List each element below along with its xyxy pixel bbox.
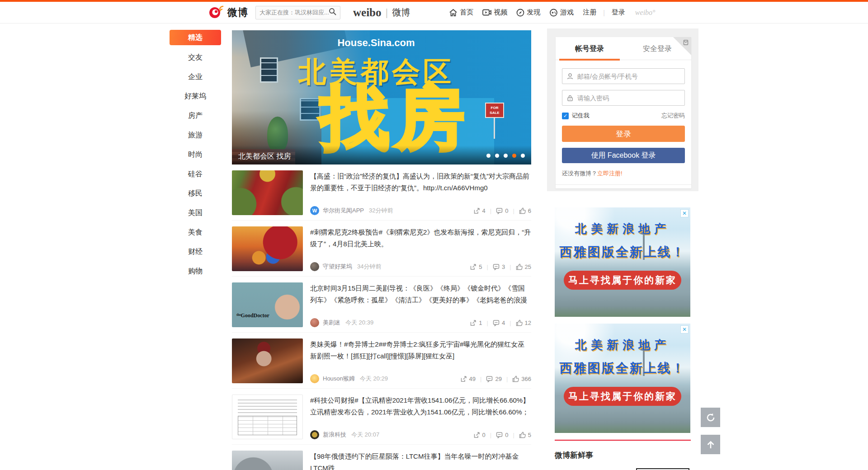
post-text[interactable]: 【高盛：旧“政治”经济的复仇】高盛认为，旧政策的新“复仇”对大宗商品前景的重要性… (310, 170, 531, 194)
like-count: 25 (525, 263, 531, 270)
sidebar-item-finance[interactable]: 财经 (170, 242, 221, 262)
carousel-dot-3[interactable] (504, 154, 508, 158)
forgot-password-link[interactable]: 忘记密码 (661, 112, 685, 120)
carousel-banner[interactable]: House.Sina.com 北美都会区 找房 FOR SALE 北美都会区 找… (232, 30, 531, 164)
comment-count: 4 (502, 320, 505, 326)
thumbs-up-icon (516, 263, 523, 270)
carousel-dot-5[interactable] (521, 154, 525, 158)
carousel-dot-4[interactable] (512, 154, 516, 158)
ad-cta-button[interactable]: 马上寻找属于你的新家 (564, 387, 681, 406)
like-stat[interactable]: 25 (516, 263, 531, 270)
like-stat[interactable]: 5 (519, 432, 531, 438)
nav-video[interactable]: 视频 (482, 8, 507, 17)
fresh-news-text[interactable]: 在舊金山灣區和矽谷出售的新建築房屋 (555, 468, 635, 470)
sidebar-item-realestate[interactable]: 房产 (170, 106, 221, 126)
sidebar-item-business[interactable]: 企业 (170, 67, 221, 87)
avatar[interactable] (310, 262, 319, 271)
search-input[interactable] (259, 9, 329, 16)
share-stat[interactable]: 5 (470, 263, 482, 270)
share-stat[interactable]: 4 (473, 207, 486, 214)
carousel-dot-1[interactable] (486, 154, 491, 158)
ad-banner-sina-realestate-1[interactable]: 北美新浪地产 西雅图版全新上线！ 马上寻找属于你的新家 ✕ (555, 207, 690, 317)
arrow-up-icon (706, 440, 716, 450)
share-stat[interactable]: 49 (460, 376, 476, 382)
sidebar-item-friends[interactable]: 交友 (170, 48, 221, 67)
login-button[interactable]: 登录 (562, 126, 685, 142)
register-link[interactable]: 注册 (583, 8, 596, 17)
comment-stat[interactable]: 3 (493, 263, 505, 270)
sidebar-item-food[interactable]: 美食 (170, 223, 221, 242)
share-stat[interactable]: 1 (470, 320, 482, 326)
facebook-login-button[interactable]: 使用 Facebook 登录 (562, 148, 685, 163)
post-thumbnail-ltcm[interactable] (232, 451, 303, 470)
remember-me-checkbox[interactable]: ✓ (562, 113, 569, 119)
password-input[interactable] (577, 94, 680, 102)
close-icon[interactable]: ✕ (680, 209, 689, 217)
wordmark-cn: 微博 (392, 6, 410, 19)
comment-stat[interactable]: 0 (496, 207, 508, 214)
feed-post-3: ᵗʰᵉGoodDoctor 北京时间3月15日周二美剧导视：《良医》《终局》《镀… (232, 276, 531, 332)
feed-post-2: #刺猬索尼克2终极预告#《刺猬索尼克2》也发布新海报，索尼克回归，“升级了”，4… (232, 220, 531, 276)
sidebar-item-siliconvalley[interactable]: 硅谷 (170, 164, 221, 184)
corner-wordmark[interactable]: weibo° (635, 9, 656, 17)
username-input[interactable] (577, 73, 680, 80)
weibo-wordmark: weibo | 微博 (353, 6, 410, 19)
share-icon (470, 320, 476, 326)
nav-game[interactable]: 游戏 (549, 8, 574, 17)
sidebar-item-travel[interactable]: 旅游 (170, 126, 221, 145)
login-link[interactable]: 登录 (612, 8, 625, 17)
avatar[interactable] (310, 374, 319, 383)
register-now-link[interactable]: 立即注册! (597, 170, 623, 177)
gamepad-icon (549, 9, 558, 17)
post-thumbnail-gooddoctor[interactable]: ᵗʰᵉGoodDoctor (232, 282, 303, 327)
sidebar-item-featured[interactable]: 精选 (170, 30, 221, 45)
refresh-icon (706, 413, 716, 423)
comment-stat[interactable]: 0 (496, 432, 508, 438)
sidebar-item-hollywood[interactable]: 好莱坞 (170, 87, 221, 106)
post-text[interactable]: 北京时间3月15日周二美剧导视：《良医》《终局》《镀金时代》《雪国列车》《紧急呼… (310, 282, 531, 306)
comment-stat[interactable]: 4 (493, 320, 505, 326)
like-stat[interactable]: 12 (516, 320, 531, 326)
nav-discover[interactable]: 发现 (516, 8, 540, 17)
post-author[interactable]: 华尔街见闻APP (323, 207, 364, 215)
back-to-top-button[interactable] (701, 435, 720, 454)
avatar[interactable]: W (310, 206, 319, 215)
post-text[interactable]: 【98年俄债违约下的巨星陨落：LTCM往事】当年名噪一时的对冲基金LTCM跌 (310, 451, 531, 470)
comment-stat[interactable]: 29 (486, 376, 501, 382)
post-text[interactable]: #科技公司财报#【立讯精密2021年营收1541.06亿元，同比增长66.60%… (310, 395, 531, 418)
stat-divider: | (509, 320, 511, 326)
post-thumbnail-hulkbuster[interactable] (232, 170, 303, 215)
avatar[interactable] (310, 318, 319, 327)
nav-home[interactable]: 首页 (449, 8, 473, 17)
post-author[interactable]: 美剧迷 (323, 319, 340, 327)
comment-count: 0 (505, 432, 508, 438)
sidebar-item-usa[interactable]: 美国 (170, 203, 221, 223)
refresh-button[interactable] (701, 408, 720, 427)
post-text[interactable]: #刺猬索尼克2终极预告#《刺猬索尼克2》也发布新海报，索尼克回归，“升级了”，4… (310, 226, 531, 250)
post-author[interactable]: Houson猴姆 (323, 375, 355, 383)
close-icon[interactable]: ✕ (680, 325, 689, 334)
sidebar-item-immigration[interactable]: 移民 (170, 184, 221, 203)
like-stat[interactable]: 6 (519, 207, 531, 214)
share-stat[interactable]: 0 (473, 432, 486, 438)
tab-safe-login[interactable]: 安全登录 (623, 44, 691, 60)
weibo-logo[interactable]: 微博 (209, 5, 248, 20)
sidebar-item-shopping[interactable]: 购物 (170, 262, 221, 281)
share-count: 0 (482, 432, 486, 438)
post-author[interactable]: 守望好莱坞 (323, 263, 352, 271)
ad-banner-sina-realestate-2[interactable]: 北美新浪地产 西雅图版全新上线！ 马上寻找属于你的新家 ✕ (555, 324, 690, 433)
search-icon[interactable] (329, 8, 336, 17)
post-author[interactable]: 新浪科技 (323, 431, 346, 439)
tab-account-login[interactable]: 帐号登录 (556, 44, 623, 60)
post-thumbnail-report[interactable] (232, 395, 303, 439)
post-thumbnail-sonic[interactable] (232, 226, 303, 271)
post-text[interactable]: 奥妹美爆！#奇异博士2##奇异博士2:疯狂多元宇宙#曝光黑化的猩红女巫新剧照一枚… (310, 338, 531, 362)
carousel-dot-2[interactable] (495, 154, 499, 158)
ad-cta-button[interactable]: 马上寻找属于你的新家 (564, 271, 681, 290)
search-box[interactable] (255, 6, 340, 19)
like-stat[interactable]: 366 (512, 376, 531, 382)
sidebar-item-fashion[interactable]: 时尚 (170, 145, 221, 164)
avatar[interactable] (310, 430, 319, 439)
post-thumbnail-scarletwitch[interactable] (232, 338, 303, 383)
new-homes-badge[interactable]: 新房 (636, 468, 689, 470)
